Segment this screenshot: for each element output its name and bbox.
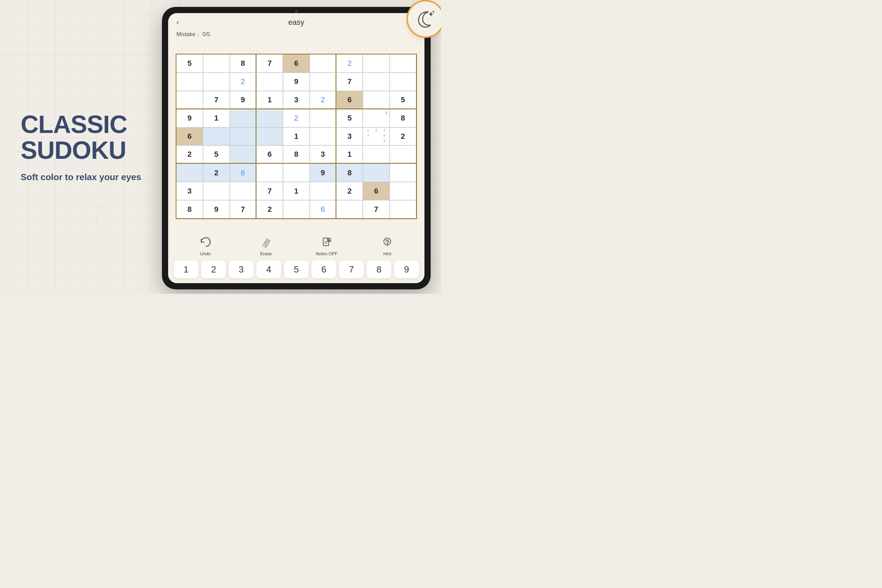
cell[interactable]: 7 <box>256 182 283 200</box>
cell[interactable] <box>176 164 203 182</box>
cell[interactable] <box>256 109 283 128</box>
cell[interactable] <box>283 200 309 218</box>
cell[interactable]: 7 <box>230 200 256 218</box>
cell[interactable]: 3 <box>283 91 309 109</box>
cell[interactable]: 9 <box>176 109 203 128</box>
cell[interactable]: 3 <box>310 146 336 164</box>
cell[interactable]: 1 <box>203 109 230 128</box>
cell[interactable]: 7 <box>336 73 363 91</box>
cell[interactable] <box>363 73 389 91</box>
cell[interactable]: 9 <box>283 73 309 91</box>
sudoku-grid-container: 587622977913265912568613 123 46 9 225683… <box>168 42 424 231</box>
cell[interactable] <box>256 128 283 146</box>
cell[interactable]: 2 <box>336 182 363 200</box>
undo-button[interactable]: Undo <box>192 235 219 256</box>
cell[interactable] <box>390 54 416 73</box>
num-btn-5[interactable]: 5 <box>284 260 309 278</box>
cell[interactable]: 2 <box>283 109 309 128</box>
cell[interactable] <box>310 109 336 128</box>
cell[interactable]: 8 <box>283 146 309 164</box>
cell[interactable] <box>256 73 283 91</box>
cell[interactable] <box>310 182 336 200</box>
back-button[interactable]: ‹ <box>176 18 179 27</box>
num-btn-6[interactable]: 6 <box>312 260 336 278</box>
cell[interactable] <box>203 128 230 146</box>
cell[interactable] <box>310 73 336 91</box>
cell[interactable] <box>363 54 389 73</box>
cell[interactable] <box>203 73 230 91</box>
cell[interactable] <box>390 164 416 182</box>
cell[interactable] <box>310 128 336 146</box>
cell[interactable] <box>176 73 203 91</box>
cell[interactable]: 6 <box>310 200 336 218</box>
cell[interactable]: 2 <box>310 91 336 109</box>
cell[interactable]: 2 <box>230 73 256 91</box>
num-btn-1[interactable]: 1 <box>174 260 198 278</box>
cell[interactable]: 2 <box>390 128 416 146</box>
cell[interactable] <box>230 109 256 128</box>
notes-button[interactable]: Notes OFF <box>313 235 340 256</box>
cell[interactable] <box>203 54 230 73</box>
cell[interactable] <box>390 73 416 91</box>
night-mode-button[interactable] <box>406 0 441 38</box>
cell[interactable]: 6 <box>256 146 283 164</box>
cell[interactable] <box>256 164 283 182</box>
erase-button[interactable]: Erase <box>252 235 280 256</box>
cell[interactable] <box>230 128 256 146</box>
cell[interactable] <box>363 91 389 109</box>
num-btn-9[interactable]: 9 <box>394 260 419 278</box>
cell[interactable]: 1 <box>336 146 363 164</box>
cell[interactable] <box>363 164 389 182</box>
cell[interactable]: 1 <box>283 128 309 146</box>
cell[interactable] <box>363 146 389 164</box>
cell[interactable]: 2 <box>203 164 230 182</box>
cell[interactable]: 1 <box>256 91 283 109</box>
cell[interactable] <box>390 200 416 218</box>
cell[interactable]: 8 <box>390 109 416 128</box>
cell[interactable]: 6 <box>283 54 309 73</box>
cell[interactable]: 6 <box>363 109 389 128</box>
cell[interactable] <box>390 146 416 164</box>
cell[interactable]: 9 <box>203 200 230 218</box>
cell[interactable]: 5 <box>176 54 203 73</box>
num-btn-3[interactable]: 3 <box>229 260 254 278</box>
cell[interactable]: 5 <box>203 146 230 164</box>
cell[interactable]: 7 <box>256 54 283 73</box>
cell[interactable] <box>390 182 416 200</box>
cell[interactable]: 6 <box>363 182 389 200</box>
sudoku-grid[interactable]: 587622977913265912568613 123 46 9 225683… <box>176 54 417 219</box>
cell[interactable] <box>310 54 336 73</box>
num-btn-8[interactable]: 8 <box>367 260 392 278</box>
bottom-toolbar: Undo Erase <box>168 231 424 258</box>
cell[interactable]: 1 <box>283 182 309 200</box>
cell[interactable]: 9 <box>310 164 336 182</box>
cell[interactable]: 2 <box>336 54 363 73</box>
notes-icon <box>319 235 334 250</box>
cell[interactable] <box>176 91 203 109</box>
cell[interactable]: 2 <box>256 200 283 218</box>
cell[interactable]: 8 <box>336 164 363 182</box>
num-btn-4[interactable]: 4 <box>256 260 281 278</box>
cell[interactable]: 8 <box>176 200 203 218</box>
cell[interactable] <box>230 146 256 164</box>
cell[interactable]: 6 <box>230 164 256 182</box>
cell[interactable]: 2 <box>176 146 203 164</box>
cell[interactable]: 6 <box>176 128 203 146</box>
cell[interactable] <box>283 164 309 182</box>
cell[interactable] <box>336 200 363 218</box>
hint-button[interactable]: 0 Hint <box>374 235 401 256</box>
num-btn-7[interactable]: 7 <box>339 260 364 278</box>
cell[interactable]: 6 <box>336 91 363 109</box>
cell[interactable]: 5 <box>390 91 416 109</box>
cell[interactable]: 8 <box>230 54 256 73</box>
cell[interactable]: 123 46 9 <box>363 128 389 146</box>
cell[interactable]: 7 <box>203 91 230 109</box>
cell[interactable] <box>230 182 256 200</box>
cell[interactable]: 9 <box>230 91 256 109</box>
cell[interactable]: 3 <box>176 182 203 200</box>
cell[interactable] <box>203 182 230 200</box>
num-btn-2[interactable]: 2 <box>201 260 226 278</box>
cell[interactable]: 3 <box>336 128 363 146</box>
cell[interactable]: 7 <box>363 200 389 218</box>
cell[interactable]: 5 <box>336 109 363 128</box>
